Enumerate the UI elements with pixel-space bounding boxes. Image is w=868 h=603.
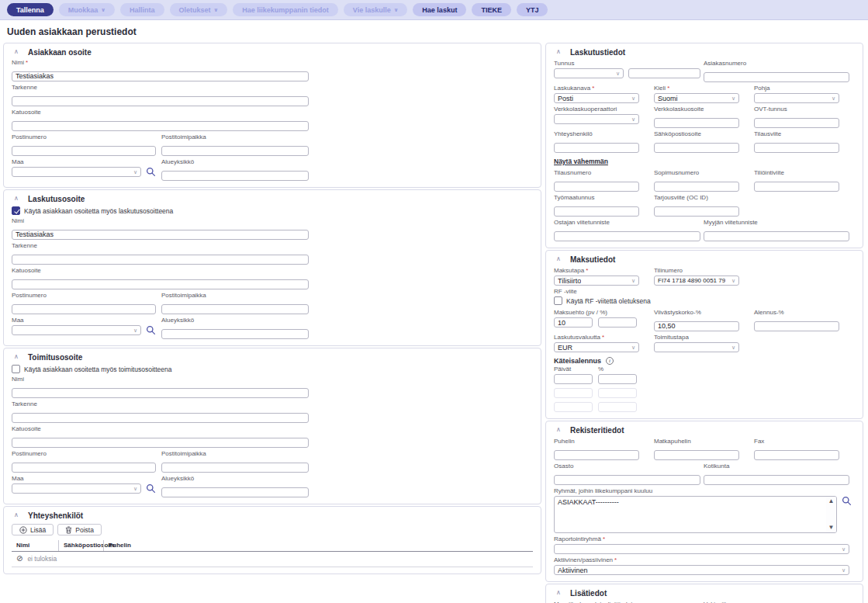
tunnus-select[interactable]: ∨: [554, 68, 624, 78]
collapse-icon[interactable]: ∧: [12, 194, 21, 203]
customer-postinumero-label: Postinumero: [12, 133, 156, 140]
delivery-alueyksikko-input[interactable]: [161, 487, 309, 497]
billing-postitoimipaikka-input[interactable]: [161, 304, 309, 314]
delivery-nimi-input[interactable]: [12, 388, 309, 398]
pohja-select[interactable]: ∨: [754, 93, 839, 103]
sahkopostiosoite-input[interactable]: [654, 143, 739, 153]
tunnus-input[interactable]: [628, 68, 700, 78]
search-icon[interactable]: [146, 483, 156, 494]
kieli-select[interactable]: Suomi∨: [654, 93, 739, 103]
chevron-down-icon: ∨: [631, 116, 635, 123]
ostajan-viite-label: Ostajan viitetunniste: [554, 219, 700, 226]
delivery-postitoimipaikka-label: Postitoimipaikka: [161, 450, 309, 457]
ovt-tunnus-input[interactable]: [754, 118, 839, 128]
myyjan-viite-input[interactable]: [704, 231, 849, 241]
puhelin-input[interactable]: [554, 450, 639, 460]
tiliointiviite-input[interactable]: [754, 182, 839, 192]
scroll-down-icon[interactable]: ▼: [828, 525, 835, 531]
verkkolaskuoperaattori-select[interactable]: ∨: [554, 114, 639, 124]
asiakasnumero-input[interactable]: [704, 72, 849, 82]
delivery-tarkenne-label: Tarkenne: [12, 400, 533, 407]
collapse-icon[interactable]: ∧: [554, 425, 563, 435]
ostajan-viite-input[interactable]: [554, 231, 700, 241]
customer-postitoimipaikka-input[interactable]: [161, 146, 309, 156]
group-list-item[interactable]: ASIAKKAAT----------: [555, 497, 826, 532]
billing-tarkenne-input[interactable]: [12, 255, 309, 265]
laskutusvaluutta-select[interactable]: EUR∨: [554, 342, 639, 352]
collapse-icon[interactable]: ∧: [554, 47, 563, 57]
aktiivisuus-select[interactable]: Aktiivinen∨: [554, 565, 849, 575]
scroll-up-icon[interactable]: ▲: [828, 498, 835, 504]
collapse-icon[interactable]: ∧: [554, 588, 563, 598]
tieke-button[interactable]: TIEKE: [472, 3, 511, 16]
search-icon[interactable]: [842, 496, 852, 506]
customer-postinumero-input[interactable]: [12, 146, 156, 156]
viivastyskorko-input[interactable]: [654, 321, 739, 331]
maksuehto-percent-input[interactable]: [598, 317, 637, 327]
billing-katuosoite-input[interactable]: [12, 279, 309, 289]
customer-tarkenne-input[interactable]: [12, 96, 309, 106]
collapse-icon[interactable]: ∧: [12, 352, 21, 362]
tilausviite-input[interactable]: [754, 143, 839, 153]
kateisalennus-paivat-input-1[interactable]: [554, 374, 593, 384]
raportointiryhma-select[interactable]: ∨: [554, 544, 849, 554]
customer-nimi-input[interactable]: [12, 71, 309, 81]
groups-listbox[interactable]: ASIAKKAAT---------- ▲ ▼: [554, 496, 837, 533]
delivery-tarkenne-input[interactable]: [12, 413, 309, 423]
use-customer-address-billing-label[interactable]: Käytä asiakkaan osoitetta myös laskutuso…: [24, 207, 173, 215]
collapse-icon[interactable]: ∧: [12, 511, 21, 520]
fetch-partner-info-button: Hae liikekumppanin tiedot: [233, 3, 338, 16]
rf-viite-checkbox-label[interactable]: Käytä RF -viitettä oletuksena: [566, 297, 651, 305]
use-customer-address-delivery-label[interactable]: Käytä asiakkaan osoitetta myös toimituso…: [24, 366, 171, 373]
collapse-icon[interactable]: ∧: [554, 255, 563, 264]
verkkolaskuosoite-input[interactable]: [654, 118, 739, 128]
kateisalennus-percent-input-2: [598, 388, 637, 398]
customer-katuosoite-input[interactable]: [12, 121, 309, 131]
billing-alueyksikko-input[interactable]: [161, 329, 309, 339]
search-icon[interactable]: [146, 325, 156, 335]
search-icon[interactable]: [146, 167, 156, 177]
required-marker: *: [586, 267, 588, 274]
yhteyshenkilo-input[interactable]: [554, 143, 639, 153]
billing-nimi-input[interactable]: [12, 230, 309, 240]
delivery-katuosoite-input[interactable]: [12, 438, 309, 448]
use-customer-address-billing-checkbox[interactable]: [12, 206, 20, 215]
ytj-button[interactable]: YTJ: [517, 3, 548, 16]
listbox-scrollbar[interactable]: ▲ ▼: [826, 497, 836, 532]
fax-input[interactable]: [754, 450, 839, 460]
billing-postinumero-input[interactable]: [12, 304, 156, 314]
sopimusnumero-input[interactable]: [654, 182, 739, 192]
rf-viite-checkbox[interactable]: [554, 296, 562, 305]
delivery-postinumero-input[interactable]: [12, 463, 156, 473]
tilinumero-select[interactable]: FI74 1718 4890 0051 79∨: [654, 276, 739, 286]
kateisalennus-percent-input-1[interactable]: [598, 374, 637, 384]
info-icon[interactable]: i: [606, 357, 614, 365]
delete-contact-button[interactable]: Poista: [57, 524, 102, 535]
show-less-link[interactable]: Näytä vähemmän: [554, 158, 608, 165]
maksuehto-days-input[interactable]: [554, 317, 593, 327]
customer-address-title: Asiakkaan osoite: [28, 48, 92, 57]
add-contact-button[interactable]: Lisää: [12, 524, 54, 535]
osasto-input[interactable]: [554, 475, 700, 485]
fetch-invoices-button[interactable]: Hae laskut: [413, 3, 466, 16]
billing-maa-select[interactable]: ∨: [12, 325, 141, 335]
invoicing-title: Laskutustiedot: [570, 48, 625, 57]
delivery-maa-select[interactable]: ∨: [12, 483, 141, 494]
tilausnumero-input[interactable]: [554, 182, 639, 192]
toimitustapa-select[interactable]: ∨: [654, 342, 739, 352]
alennus-input[interactable]: [754, 321, 839, 331]
delivery-postitoimipaikka-input[interactable]: [161, 463, 309, 473]
tarjousviite-input[interactable]: [654, 206, 739, 217]
save-button[interactable]: Tallenna: [7, 3, 54, 16]
maksutapa-select[interactable]: Tilisiirto∨: [554, 276, 639, 286]
collapse-icon[interactable]: ∧: [12, 47, 21, 57]
tyomaatunnus-input[interactable]: [554, 206, 639, 217]
required-marker: *: [614, 556, 617, 563]
use-customer-address-delivery-checkbox[interactable]: [12, 365, 20, 373]
matkapuhelin-input[interactable]: [654, 450, 739, 460]
customer-alueyksikko-input[interactable]: [161, 171, 309, 181]
customer-maa-select[interactable]: ∨: [12, 167, 141, 177]
kotikunta-input[interactable]: [704, 475, 849, 485]
laskukanava-select[interactable]: Posti∨: [554, 93, 639, 103]
aktiivisuus-label: Aktiivinen/passiivinen*: [554, 556, 855, 563]
